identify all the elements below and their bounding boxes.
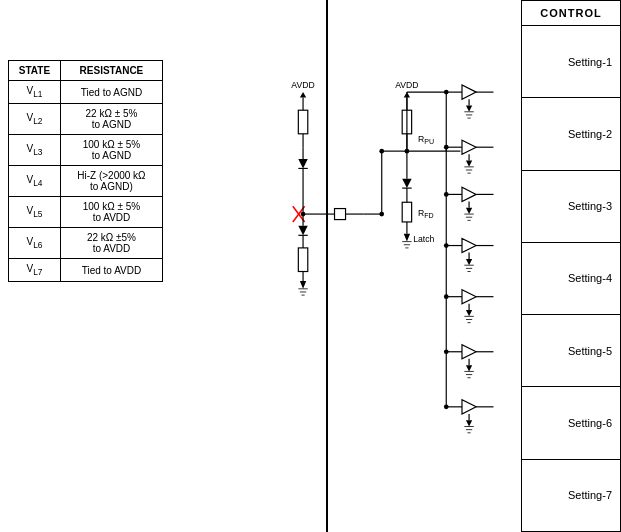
svg-marker-80 bbox=[462, 290, 476, 304]
setting-2: Setting-2 bbox=[522, 98, 620, 170]
control-settings: Setting-1 Setting-2 Setting-3 Setting-4 … bbox=[522, 26, 620, 531]
svg-marker-56 bbox=[462, 140, 476, 154]
svg-rect-16 bbox=[298, 248, 307, 272]
state-vl3: VL3 bbox=[9, 135, 61, 166]
setting-3: Setting-3 bbox=[522, 171, 620, 243]
svg-rect-23 bbox=[335, 209, 346, 220]
control-panel: CONTROL Setting-1 Setting-2 Setting-3 Se… bbox=[521, 0, 621, 532]
main-container: STATE RESISTANCE VL1 Tied to AGND VL2 22… bbox=[0, 0, 621, 532]
svg-marker-47 bbox=[462, 85, 476, 99]
svg-marker-75 bbox=[466, 259, 472, 265]
resistance-vl7: Tied to AVDD bbox=[60, 259, 162, 282]
avdd-left-label: AVDD bbox=[291, 80, 314, 90]
svg-marker-88 bbox=[462, 345, 476, 359]
resistance-vl2: 22 kΩ ± 5%to AGND bbox=[60, 104, 162, 135]
svg-point-105 bbox=[444, 145, 449, 150]
svg-rect-35 bbox=[402, 202, 411, 222]
svg-marker-0 bbox=[300, 92, 306, 98]
state-header: STATE bbox=[9, 61, 61, 81]
svg-marker-18 bbox=[300, 281, 306, 289]
latch-label: Latch bbox=[413, 234, 434, 244]
table-row: VL2 22 kΩ ± 5%to AGND bbox=[9, 104, 163, 135]
setting-6: Setting-6 bbox=[522, 387, 620, 459]
svg-marker-59 bbox=[466, 161, 472, 167]
avdd-right-label: AVDD bbox=[395, 80, 418, 90]
table-row: VL4 Hi-Z (>2000 kΩto AGND) bbox=[9, 166, 163, 197]
svg-point-107 bbox=[444, 243, 449, 248]
table-row: VL3 100 kΩ ± 5%to AGND bbox=[9, 135, 163, 166]
resistance-vl1: Tied to AGND bbox=[60, 81, 162, 104]
state-vl2: VL2 bbox=[9, 104, 61, 135]
state-vl4: VL4 bbox=[9, 166, 61, 197]
svg-marker-37 bbox=[404, 234, 410, 242]
setting-7: Setting-7 bbox=[522, 460, 620, 531]
svg-marker-50 bbox=[466, 105, 472, 111]
svg-marker-13 bbox=[298, 226, 307, 235]
svg-marker-96 bbox=[462, 400, 476, 414]
setting-1: Setting-1 bbox=[522, 26, 620, 98]
state-table: STATE RESISTANCE VL1 Tied to AGND VL2 22… bbox=[8, 60, 163, 282]
resistance-header: RESISTANCE bbox=[60, 61, 162, 81]
svg-point-109 bbox=[444, 349, 449, 354]
table-row: VL7 Tied to AVDD bbox=[9, 259, 163, 282]
svg-marker-72 bbox=[462, 238, 476, 252]
table-row: VL1 Tied to AGND bbox=[9, 81, 163, 104]
table-row: VL6 22 kΩ ±5%to AVDD bbox=[9, 228, 163, 259]
resistance-vl5: 100 kΩ ± 5%to AVDD bbox=[60, 197, 162, 228]
svg-marker-5 bbox=[298, 159, 307, 168]
svg-point-110 bbox=[444, 404, 449, 409]
svg-point-108 bbox=[444, 294, 449, 299]
state-vl1: VL1 bbox=[9, 81, 61, 104]
svg-marker-64 bbox=[462, 187, 476, 201]
rpu-label: RPU bbox=[418, 134, 434, 146]
svg-marker-32 bbox=[402, 179, 411, 188]
circuit-svg: AVDD bbox=[163, 0, 521, 532]
resistance-vl6: 22 kΩ ±5%to AVDD bbox=[60, 228, 162, 259]
circuit-area: AVDD bbox=[163, 0, 521, 532]
svg-point-106 bbox=[444, 192, 449, 197]
svg-marker-83 bbox=[466, 310, 472, 316]
svg-marker-99 bbox=[466, 420, 472, 426]
state-vl6: VL6 bbox=[9, 228, 61, 259]
rfd-label: RFD bbox=[418, 208, 434, 220]
svg-marker-67 bbox=[466, 208, 472, 214]
resistance-vl4: Hi-Z (>2000 kΩto AGND) bbox=[60, 166, 162, 197]
resistance-vl3: 100 kΩ ± 5%to AGND bbox=[60, 135, 162, 166]
svg-rect-2 bbox=[298, 110, 307, 134]
control-header: CONTROL bbox=[522, 1, 620, 26]
table-row: VL5 100 kΩ ± 5%to AVDD bbox=[9, 197, 163, 228]
setting-5: Setting-5 bbox=[522, 315, 620, 387]
svg-marker-91 bbox=[466, 365, 472, 371]
state-vl5: VL5 bbox=[9, 197, 61, 228]
setting-4: Setting-4 bbox=[522, 243, 620, 315]
state-vl7: VL7 bbox=[9, 259, 61, 282]
